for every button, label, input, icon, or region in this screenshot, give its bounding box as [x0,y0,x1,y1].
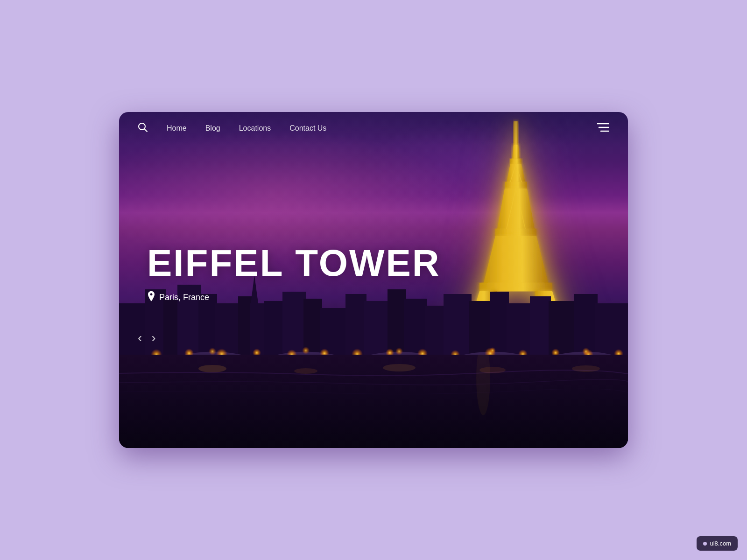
main-card: Home Blog Locations Contact Us EIFFEL TO… [119,112,628,448]
svg-point-68 [582,348,590,355]
carousel-arrows: ‹ › [138,330,156,345]
nav-blog[interactable]: Blog [205,124,220,133]
prev-arrow[interactable]: ‹ [138,330,142,345]
nav-links: Home Blog Locations Contact Us [167,124,326,133]
svg-point-72 [383,364,416,371]
water [119,355,628,448]
svg-point-71 [294,368,317,374]
svg-rect-4 [505,182,527,189]
hero-title: EIFFEL TOWER [147,245,441,282]
svg-rect-2 [510,159,521,164]
hero-content: EIFFEL TOWER Paris, France [147,245,441,304]
svg-rect-69 [119,355,628,448]
watermark: ui8.com [697,536,738,551]
nav-contact[interactable]: Contact Us [289,124,326,133]
svg-marker-5 [497,189,535,229]
svg-point-70 [198,365,226,372]
watermark-text: ui8.com [710,540,731,547]
svg-line-77 [144,129,147,132]
nav-locations[interactable]: Locations [239,124,271,133]
location-pin-icon [147,291,155,304]
svg-point-65 [302,347,310,354]
search-icon[interactable] [138,122,148,135]
next-arrow[interactable]: › [151,330,155,345]
watermark-dot [703,542,707,546]
nav-home[interactable]: Home [167,124,187,133]
hero-location: Paris, France [147,291,441,304]
svg-point-67 [489,347,496,354]
hamburger-menu-icon[interactable] [597,123,609,134]
svg-rect-6 [495,229,536,236]
svg-point-74 [572,365,600,372]
navbar: Home Blog Locations Contact Us [119,112,628,145]
svg-marker-3 [507,164,525,182]
svg-marker-1 [512,145,520,159]
svg-point-66 [395,348,403,355]
location-text: Paris, France [159,293,209,302]
svg-point-64 [209,348,216,355]
